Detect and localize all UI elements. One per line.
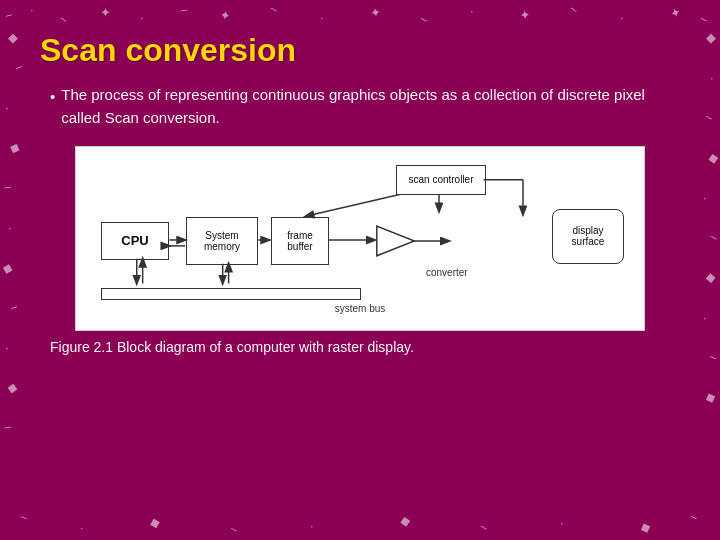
figure-caption: Figure 2.1 Block diagram of a computer w… <box>40 339 680 355</box>
deco-element: ~ <box>228 521 240 538</box>
deco-element: ◆ <box>7 379 19 396</box>
converter-label: converter <box>426 267 468 278</box>
deco-element: ◆ <box>703 389 718 407</box>
system-memory-box: Systemmemory <box>186 217 258 265</box>
scan-controller-box: scan controller <box>396 165 486 195</box>
deco-element: · <box>80 520 84 535</box>
deco-element: · <box>560 515 564 530</box>
bullet-dot: • <box>50 85 55 108</box>
bullet-text-content: The process of representing continuous g… <box>61 83 680 130</box>
deco-element: ~ <box>2 419 13 435</box>
deco-element: ~ <box>19 509 29 525</box>
deco-element: · <box>310 518 314 533</box>
cpu-box: CPU <box>101 222 169 260</box>
deco-element: ~ <box>477 519 490 536</box>
deco-element: ◆ <box>399 512 411 529</box>
diagram-inner: CPU Systemmemory framebuffer scan contro… <box>86 157 634 320</box>
slide-content: Scan conversion • The process of represe… <box>0 0 720 375</box>
svg-marker-4 <box>377 226 415 256</box>
diagram-container: CPU Systemmemory framebuffer scan contro… <box>75 146 645 331</box>
deco-element: ◆ <box>638 519 653 537</box>
system-bus-label: system bus <box>335 303 386 314</box>
deco-element: ◆ <box>148 514 162 531</box>
slide-title: Scan conversion <box>40 32 680 69</box>
bullet-point: • The process of representing continuous… <box>40 83 680 130</box>
frame-buffer-box: framebuffer <box>271 217 329 265</box>
svg-line-9 <box>306 194 400 216</box>
display-surface-box: displaysurface <box>552 209 624 264</box>
system-bus <box>101 288 361 300</box>
deco-element: ~ <box>688 509 699 525</box>
